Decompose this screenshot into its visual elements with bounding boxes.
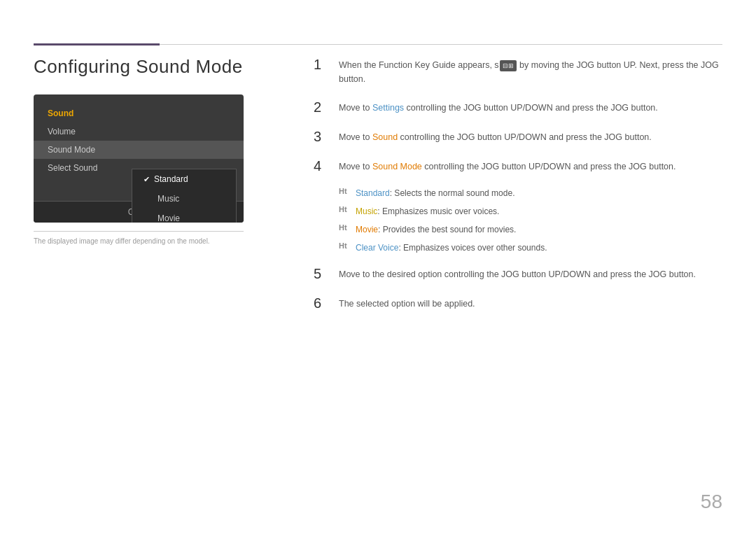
tv-menu: Sound Volume Sound Mode ✔ Standard Music [34, 94, 244, 187]
hint-standard: Ht Standard: Selects the normal sound mo… [339, 187, 722, 199]
top-lines [0, 43, 756, 45]
step-5-number: 5 [314, 265, 330, 282]
tv-ui-mockup: Sound Volume Sound Mode ✔ Standard Music [34, 94, 244, 223]
tv-submenu: ✔ Standard Music Movie Clear Voice [132, 169, 237, 223]
step-1-text: When the Function Key Guide appears, s⊟⊞… [339, 56, 722, 86]
step-3-number: 3 [314, 128, 330, 145]
page-title: Configuring Sound Mode [34, 56, 293, 78]
disclaimer: The displayed image may differ depending… [34, 231, 244, 245]
step-2: 2 Move to Settings controlling the JOG b… [314, 99, 722, 115]
right-panel: 1 When the Function Key Guide appears, s… [314, 56, 722, 324]
step-4-text: Move to Sound Mode controlling the JOG b… [339, 157, 676, 174]
tv-submenu-standard[interactable]: ✔ Standard [132, 169, 236, 189]
tv-submenu-movie[interactable]: Movie [132, 209, 236, 223]
tv-menu-volume[interactable]: Volume [34, 122, 244, 141]
step-2-text: Move to Settings controlling the JOG but… [339, 99, 658, 115]
left-panel: Configuring Sound Mode Sound Volume Soun… [34, 56, 293, 245]
hint-movie: Ht Movie: Provides the best sound for mo… [339, 223, 722, 236]
step-2-number: 2 [314, 99, 330, 115]
tv-menu-sound-mode[interactable]: Sound Mode ✔ Standard Music Movie [34, 141, 244, 159]
step-1: 1 When the Function Key Guide appears, s… [314, 56, 722, 86]
step-3-text: Move to Sound controlling the JOG button… [339, 128, 652, 144]
tv-submenu-music[interactable]: Music [132, 189, 236, 209]
settings-highlight: Settings [372, 103, 404, 113]
step-1-number: 1 [314, 56, 330, 73]
hint-music: Ht Music: Emphasizes music over voices. [339, 205, 722, 218]
step-6-number: 6 [314, 295, 330, 311]
step-5: 5 Move to the desired option controlling… [314, 265, 722, 282]
tv-menu-sound[interactable]: Sound [34, 104, 244, 122]
hint-clearvoice: Ht Clear Voice: Emphasizes voices over o… [339, 241, 722, 254]
steps-list: 1 When the Function Key Guide appears, s… [314, 56, 722, 311]
step-6-text: The selected option will be applied. [339, 295, 475, 311]
step-6: 6 The selected option will be applied. [314, 295, 722, 311]
sound-mode-highlight: Sound Mode [372, 162, 422, 171]
sound-highlight: Sound [372, 132, 398, 142]
checkmark-icon: ✔ [144, 175, 150, 184]
step-4: 4 Move to Sound Mode controlling the JOG… [314, 157, 722, 174]
step-3: 3 Move to Sound controlling the JOG butt… [314, 128, 722, 145]
jog-icon: ⊟⊞ [500, 60, 517, 71]
page-number: 58 [701, 491, 722, 513]
step-4-number: 4 [314, 157, 330, 174]
main-line [160, 44, 722, 45]
accent-line [34, 43, 160, 45]
step-5-text: Move to the desired option controlling t… [339, 265, 696, 281]
